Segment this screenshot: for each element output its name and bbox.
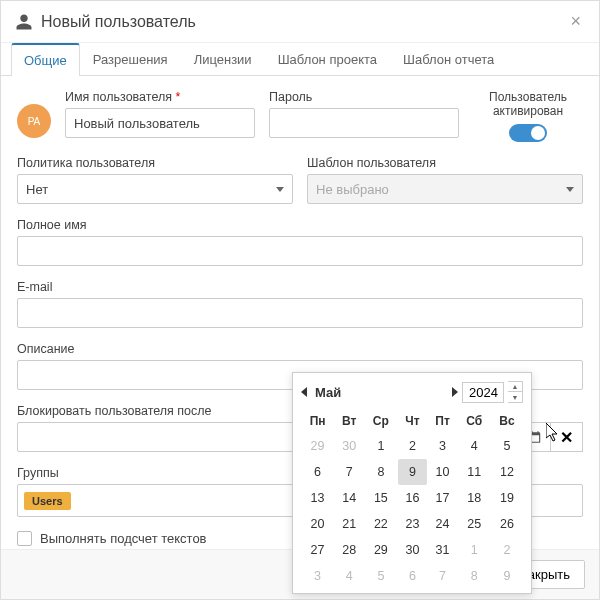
calendar-day[interactable]: 8 [458,563,491,589]
calendar-day[interactable]: 30 [334,433,364,459]
calendar-dow: Вс [491,409,523,433]
activated-toggle[interactable] [509,124,547,142]
calendar-day[interactable]: 2 [398,433,428,459]
count-texts-checkbox[interactable] [17,531,32,546]
calendar-dow: Пн [301,409,334,433]
calendar-day[interactable]: 31 [427,537,457,563]
password-label: Пароль [269,90,459,104]
close-icon[interactable]: × [566,11,585,32]
calendar-day[interactable]: 22 [364,511,397,537]
email-input[interactable] [17,298,583,328]
calendar-day[interactable]: 1 [458,537,491,563]
year-spinner[interactable]: ▲▼ [508,381,523,403]
group-tag[interactable]: Users [24,492,71,510]
username-input[interactable] [65,108,255,138]
calendar-month[interactable]: Май [315,385,448,400]
tab-licenses[interactable]: Лицензии [181,43,265,76]
calendar-day[interactable]: 28 [334,537,364,563]
tabs: Общие Разрешения Лицензии Шаблон проекта… [1,43,599,76]
calendar-day[interactable]: 6 [398,563,428,589]
calendar-dow: Чт [398,409,428,433]
tab-permissions[interactable]: Разрешения [80,43,181,76]
calendar-grid: ПнВтСрЧтПтСбВс 2930123456789101112131415… [301,409,523,589]
calendar-day[interactable]: 1 [364,433,397,459]
calendar-day[interactable]: 2 [491,537,523,563]
calendar-day[interactable]: 7 [427,563,457,589]
fullname-label: Полное имя [17,218,583,232]
titlebar: Новый пользователь × [1,1,599,43]
description-label: Описание [17,342,583,356]
calendar-day[interactable]: 24 [427,511,457,537]
calendar-day[interactable]: 29 [364,537,397,563]
calendar-day[interactable]: 3 [301,563,334,589]
calendar-day[interactable]: 12 [491,459,523,485]
calendar-day[interactable]: 4 [458,433,491,459]
calendar-day[interactable]: 4 [334,563,364,589]
tab-report-template[interactable]: Шаблон отчета [390,43,507,76]
calendar-day[interactable]: 18 [458,485,491,511]
activated-label: Пользователь активирован [473,90,583,118]
calendar-dow: Ср [364,409,397,433]
calendar-day[interactable]: 29 [301,433,334,459]
calendar-day[interactable]: 7 [334,459,364,485]
tab-general[interactable]: Общие [11,43,80,76]
calendar-day[interactable]: 6 [301,459,334,485]
calendar-day[interactable]: 21 [334,511,364,537]
avatar: PA [17,104,51,138]
tab-project-template[interactable]: Шаблон проекта [265,43,390,76]
calendar-day[interactable]: 9 [398,459,428,485]
chevron-down-icon [276,187,284,192]
calendar-dow: Сб [458,409,491,433]
password-input[interactable] [269,108,459,138]
calendar-day[interactable]: 17 [427,485,457,511]
user-icon [15,13,33,31]
calendar-day[interactable]: 26 [491,511,523,537]
calendar-day[interactable]: 3 [427,433,457,459]
calendar-day[interactable]: 16 [398,485,428,511]
calendar-day[interactable]: 14 [334,485,364,511]
calendar-day[interactable]: 10 [427,459,457,485]
chevron-down-icon [566,187,574,192]
calendar-year[interactable]: 2024 [462,382,504,403]
calendar-day[interactable]: 19 [491,485,523,511]
dialog-title: Новый пользователь [41,13,566,31]
template-select[interactable]: Не выбрано [307,174,583,204]
calendar-day[interactable]: 20 [301,511,334,537]
calendar-day[interactable]: 30 [398,537,428,563]
calendar-day[interactable]: 15 [364,485,397,511]
policy-label: Политика пользователя [17,156,293,170]
calendar-day[interactable]: 23 [398,511,428,537]
email-label: E-mail [17,280,583,294]
calendar-dow: Вт [334,409,364,433]
calendar-day[interactable]: 5 [491,433,523,459]
clear-date-button[interactable]: ✕ [551,422,583,452]
calendar-day[interactable]: 9 [491,563,523,589]
template-label: Шаблон пользователя [307,156,583,170]
policy-select[interactable]: Нет [17,174,293,204]
calendar-day[interactable]: 11 [458,459,491,485]
calendar-day[interactable]: 25 [458,511,491,537]
calendar-popup: Май 2024 ▲▼ ПнВтСрЧтПтСбВс 2930123456789… [292,372,532,594]
next-month-button[interactable] [452,387,458,397]
fullname-input[interactable] [17,236,583,266]
calendar-day[interactable]: 5 [364,563,397,589]
username-label: Имя пользователя * [65,90,255,104]
prev-month-button[interactable] [301,387,307,397]
calendar-day[interactable]: 8 [364,459,397,485]
calendar-day[interactable]: 27 [301,537,334,563]
calendar-dow: Пт [427,409,457,433]
calendar-day[interactable]: 13 [301,485,334,511]
